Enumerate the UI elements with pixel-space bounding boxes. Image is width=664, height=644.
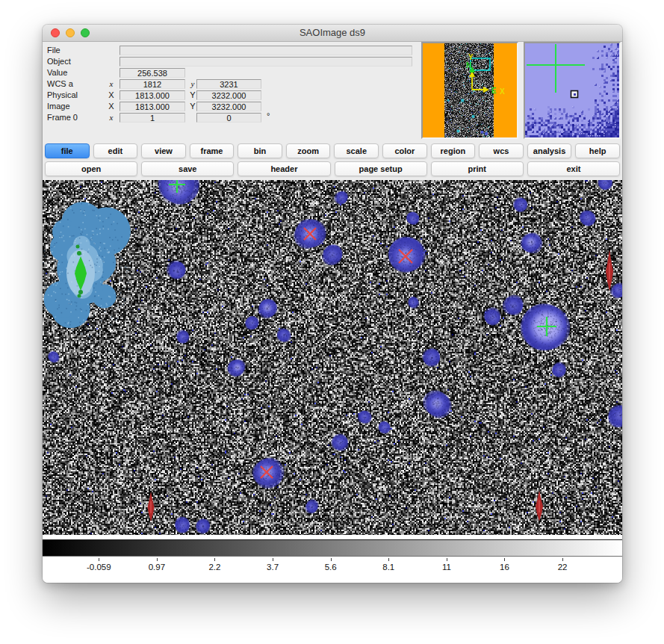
window-title: SAOImage ds9 — [43, 25, 622, 41]
colorbar-tick-label: 3.7 — [267, 563, 279, 572]
physical-x-field[interactable]: 1813.000 — [120, 90, 185, 100]
menu-button-help[interactable]: help — [575, 143, 620, 158]
colorbar-tick-mark — [562, 558, 563, 561]
wcs-x-label: x — [105, 79, 117, 88]
starfield-canvas[interactable] — [43, 180, 622, 535]
info-row-object: Object — [43, 57, 461, 67]
colorbar-tick-mark — [157, 558, 158, 561]
degree-symbol: ° — [267, 111, 270, 120]
colorbar-tick-label: 0.97 — [149, 563, 165, 572]
info-row-wcs: WCS a x 1812 y 3231 — [43, 79, 461, 90]
colorbar-tick-mark — [388, 558, 389, 561]
frame-x-label: x — [105, 113, 117, 122]
info-row-physical: Physical X 1813.000 Y 3232.000 — [43, 90, 461, 101]
file-menu-button-exit[interactable]: exit — [527, 161, 620, 176]
colorbar-tick-mark — [99, 558, 99, 561]
physical-x-label: X — [105, 90, 117, 99]
file-menu-button-save[interactable]: save — [141, 161, 234, 176]
wcs-label: WCS a — [47, 79, 73, 88]
colorbar-tick-label: 11 — [442, 563, 451, 572]
titlebar[interactable]: SAOImage ds9 — [43, 25, 622, 42]
colorbar-tick-mark — [273, 558, 273, 561]
menu-button-color[interactable]: color — [382, 143, 427, 158]
menu-button-file[interactable]: file — [45, 143, 90, 158]
colorbar-tick-label: 16 — [500, 563, 509, 572]
image-label: Image — [47, 102, 70, 111]
info-panel: File Object Value 256.538 WCS a x 1812 y… — [43, 42, 461, 142]
menu-button-wcs[interactable]: wcs — [479, 143, 524, 158]
object-label: Object — [47, 57, 71, 66]
menu-bar: fileeditviewframebinzoomscalecolorregion… — [45, 143, 620, 158]
menu-button-scale[interactable]: scale — [334, 143, 379, 158]
file-menu-button-header[interactable]: header — [238, 161, 330, 176]
info-row-frame: Frame 0 x 1 0 ° — [43, 113, 461, 123]
colorbar-section: -0.0590.972.23.75.68.1111622 — [43, 535, 622, 583]
file-menu-button-print[interactable]: print — [431, 161, 524, 176]
minimize-button[interactable] — [66, 28, 75, 37]
close-button[interactable] — [51, 28, 60, 37]
colorbar-tick-mark — [504, 558, 505, 561]
image-x-field[interactable]: 1813.000 — [120, 102, 185, 111]
value-label: Value — [47, 68, 67, 77]
info-row-value: Value 256.538 — [43, 68, 461, 78]
frame-angle-field[interactable]: 0 — [196, 113, 261, 123]
file-menu-button-open[interactable]: open — [45, 161, 137, 176]
file-field[interactable] — [120, 46, 412, 55]
wcs-y-field[interactable]: 3231 — [196, 79, 261, 89]
info-row-image: Image X 1813.000 Y 3232.000 — [43, 102, 461, 112]
colorbar-tick-mark — [214, 558, 215, 561]
colorbar[interactable] — [43, 539, 622, 557]
image-display[interactable] — [43, 180, 622, 535]
colorbar-tick-label: 5.6 — [325, 563, 337, 572]
object-field[interactable] — [120, 57, 412, 66]
menu-button-bin[interactable]: bin — [238, 143, 282, 158]
panner-panel[interactable] — [421, 42, 518, 139]
image-x-label: X — [105, 102, 117, 111]
colorbar-tick-mark — [447, 558, 447, 561]
frame-label: Frame 0 — [47, 113, 78, 122]
colorbar-ticks: -0.0590.972.23.75.68.1111622 — [43, 556, 622, 580]
image-y-field[interactable]: 3232.000 — [196, 102, 261, 111]
file-label: File — [47, 46, 60, 55]
ds9-window: SAOImage ds9 File Object Value 256.538 W… — [43, 25, 622, 583]
zoom-window-button[interactable] — [81, 28, 90, 37]
menu-button-edit[interactable]: edit — [93, 143, 138, 158]
button-bar: opensaveheaderpage setupprintexit — [45, 161, 620, 176]
colorbar-tick-label: -0.059 — [87, 563, 111, 572]
menu-button-zoom[interactable]: zoom — [286, 143, 331, 158]
magnifier-canvas[interactable] — [525, 43, 619, 137]
wcs-x-field[interactable]: 1812 — [120, 79, 185, 89]
colorbar-tick-label: 2.2 — [208, 563, 220, 572]
panner-canvas[interactable] — [423, 43, 517, 137]
physical-label: Physical — [47, 90, 78, 99]
menu-button-analysis[interactable]: analysis — [527, 143, 572, 158]
frame-zoom-field[interactable]: 1 — [120, 113, 185, 123]
menu-button-view[interactable]: view — [141, 143, 186, 158]
colorbar-tick-label: 8.1 — [382, 563, 394, 572]
colorbar-tick-label: 22 — [558, 563, 568, 572]
value-field[interactable]: 256.538 — [120, 68, 185, 78]
physical-y-field[interactable]: 3232.000 — [196, 90, 261, 100]
colorbar-tick-mark — [331, 558, 332, 561]
menu-button-region[interactable]: region — [431, 143, 476, 158]
menu-button-frame[interactable]: frame — [190, 143, 235, 158]
magnifier-panel[interactable] — [524, 42, 621, 139]
file-menu-button-page-setup[interactable]: page setup — [335, 161, 427, 176]
info-row-file: File — [43, 46, 461, 56]
